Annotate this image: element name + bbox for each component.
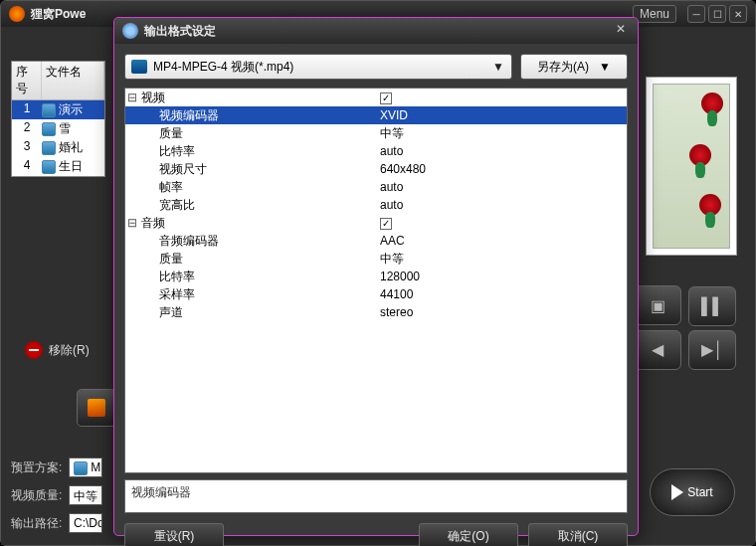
- file-row[interactable]: 2雪: [12, 119, 104, 138]
- prop-key: 质量: [139, 125, 376, 142]
- reset-button[interactable]: 重设(R): [124, 523, 224, 546]
- file-icon: [42, 160, 56, 174]
- stop-button[interactable]: ▌▌: [688, 286, 736, 326]
- prop-value[interactable]: 中等: [376, 125, 627, 142]
- prop-group-check[interactable]: ✓: [376, 216, 627, 230]
- file-list-header: 序号 文件名: [12, 62, 104, 100]
- file-row[interactable]: 4生日: [12, 157, 104, 176]
- start-button[interactable]: Start: [650, 468, 735, 516]
- prop-value[interactable]: AAC: [376, 234, 627, 248]
- quality-label: 视频质量:: [11, 487, 69, 504]
- file-icon: [42, 122, 56, 136]
- decor-rose: [689, 144, 711, 166]
- convert-mode-button[interactable]: [77, 389, 116, 427]
- prop-key: 宽高比: [139, 197, 376, 214]
- preview-pane: [646, 77, 737, 256]
- preview-image: [653, 84, 730, 249]
- prop-row[interactable]: 声道stereo: [125, 303, 627, 321]
- format-select[interactable]: MP4-MPEG-4 视频(*.mp4) ▼: [124, 54, 512, 80]
- ok-button[interactable]: 确定(O): [419, 523, 518, 546]
- prop-value[interactable]: 640x480: [376, 162, 627, 176]
- prop-key: 帧率: [139, 179, 376, 196]
- prop-key: 比特率: [139, 269, 376, 285]
- preset-label: 预置方案:: [11, 459, 69, 476]
- file-row[interactable]: 1演示: [12, 100, 104, 119]
- remove-label: 移除(R): [49, 342, 90, 359]
- prop-value[interactable]: 中等: [376, 251, 627, 268]
- film-icon: [88, 399, 105, 417]
- format-icon: [131, 60, 147, 74]
- playback-controls: ▣ ▌▌ ◀ ▶│: [632, 283, 741, 372]
- minimize-button[interactable]: ─: [687, 5, 705, 23]
- prop-row[interactable]: 视频编码器XVID: [125, 106, 627, 124]
- prop-value[interactable]: XVID: [376, 108, 627, 122]
- quality-value[interactable]: 中等: [69, 485, 102, 505]
- col-num-header[interactable]: 序号: [12, 62, 42, 99]
- prop-row[interactable]: 音频编码器AAC: [125, 232, 627, 250]
- output-value[interactable]: C:\Doc: [69, 513, 102, 533]
- output-label: 输出路径:: [11, 515, 69, 532]
- prop-row[interactable]: 帧率auto: [125, 178, 627, 196]
- next-button[interactable]: ▶│: [688, 330, 736, 370]
- dialog-title: 输出格式设定: [144, 23, 612, 40]
- file-row-num: 3: [12, 139, 42, 156]
- maximize-button[interactable]: ☐: [708, 5, 726, 23]
- file-row-name: 雪: [42, 120, 104, 137]
- save-as-button[interactable]: 另存为(A)▼: [520, 54, 628, 80]
- remove-icon: [25, 341, 43, 359]
- decor-rose: [701, 92, 723, 114]
- file-list: 序号 文件名 1演示2雪3婚礼4生日: [11, 61, 105, 177]
- file-row-num: 2: [12, 120, 42, 137]
- format-value: MP4-MPEG-4 视频(*.mp4): [153, 59, 491, 76]
- dialog-titlebar[interactable]: 输出格式设定 ✕: [114, 18, 638, 44]
- cancel-button[interactable]: 取消(C): [528, 523, 628, 546]
- prop-key: 音频编码器: [139, 233, 376, 250]
- file-icon: [42, 141, 56, 155]
- prop-key: 声道: [139, 304, 376, 321]
- prop-value[interactable]: 128000: [376, 270, 627, 283]
- file-row-num: 1: [12, 101, 42, 118]
- prop-value[interactable]: auto: [376, 144, 627, 158]
- output-format-dialog: 输出格式设定 ✕ MP4-MPEG-4 视频(*.mp4) ▼ 另存为(A)▼ …: [113, 17, 639, 536]
- chevron-down-icon: ▼: [599, 60, 611, 74]
- decor-rose: [699, 194, 721, 216]
- collapse-icon[interactable]: ⊟: [125, 216, 139, 230]
- prop-key: 比特率: [139, 143, 376, 160]
- menu-button[interactable]: Menu: [633, 5, 676, 23]
- prop-key: 质量: [139, 251, 376, 268]
- prop-group-header[interactable]: ⊟视频✓: [125, 89, 627, 106]
- prop-row[interactable]: 宽高比auto: [125, 196, 627, 214]
- remove-button[interactable]: 移除(R): [25, 341, 90, 359]
- properties-grid[interactable]: ⊟视频✓视频编码器XVID质量中等比特率auto视频尺寸640x480帧率aut…: [124, 88, 628, 473]
- col-name-header[interactable]: 文件名: [42, 62, 104, 99]
- prop-row[interactable]: 采样率44100: [125, 285, 627, 303]
- prop-value[interactable]: auto: [376, 180, 627, 194]
- preset-value[interactable]: M: [69, 457, 102, 477]
- play-button[interactable]: ▣: [634, 285, 681, 325]
- prop-row[interactable]: 比特率auto: [125, 142, 627, 160]
- prop-value[interactable]: stereo: [376, 305, 627, 319]
- file-row[interactable]: 3婚礼: [12, 138, 104, 157]
- prop-key: 采样率: [139, 286, 376, 303]
- prop-group-label: 音频: [139, 215, 376, 232]
- dialog-body: MP4-MPEG-4 视频(*.mp4) ▼ 另存为(A)▼ ⊟视频✓视频编码器…: [114, 44, 638, 535]
- prop-group-header[interactable]: ⊟音频✓: [125, 214, 627, 232]
- prop-row[interactable]: 视频尺寸640x480: [125, 160, 627, 178]
- prev-button[interactable]: ◀: [634, 330, 681, 370]
- gear-icon: [122, 23, 138, 39]
- description-box: 视频编码器: [124, 479, 628, 513]
- prop-key: 视频尺寸: [139, 161, 376, 178]
- bottom-fields: 预置方案: M 视频质量: 中等 输出路径: C:\Doc: [11, 450, 102, 533]
- dialog-close-button[interactable]: ✕: [612, 22, 630, 40]
- collapse-icon[interactable]: ⊟: [125, 91, 139, 104]
- prop-group-label: 视频: [139, 90, 376, 106]
- file-row-num: 4: [12, 158, 42, 175]
- close-button[interactable]: ✕: [729, 5, 747, 23]
- prop-group-check[interactable]: ✓: [376, 91, 627, 104]
- description-text: 视频编码器: [131, 485, 191, 499]
- prop-row[interactable]: 质量中等: [125, 124, 627, 142]
- prop-row[interactable]: 比特率128000: [125, 268, 627, 285]
- prop-value[interactable]: auto: [376, 198, 627, 212]
- prop-row[interactable]: 质量中等: [125, 250, 627, 268]
- prop-value[interactable]: 44100: [376, 287, 627, 301]
